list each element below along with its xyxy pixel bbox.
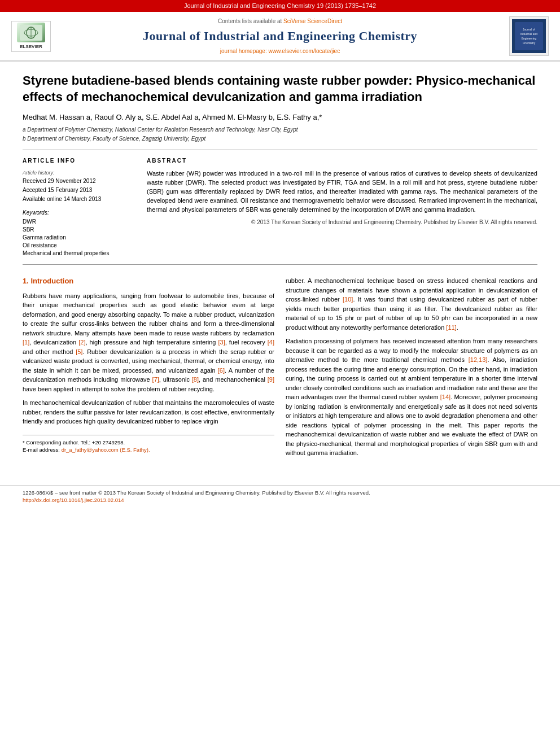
ref12-13[interactable]: [12,13] [469,356,488,363]
section1-right-para2: Radiation processing of polymers has rec… [286,337,537,458]
journal-title: Journal of Industrial and Engineering Ch… [51,28,509,45]
abstract-heading: ABSTRACT [147,157,537,165]
abstract-text: Waste rubber (WR) powder was introduced … [147,169,537,215]
journal-cover-thumbnail: Journal of Industrial and Engineering Ch… [509,16,549,56]
ref5[interactable]: [5] [76,348,82,355]
elsevier-logo-image [17,23,45,42]
section1-right-para1: rubber. A mechanochemical technique base… [286,276,537,332]
elsevier-label: ELSEVIER [20,43,42,50]
section1-title: 1. Introduction [23,276,274,286]
keyword-sbr: SBR [23,226,135,234]
section1-para2: In mechanochemical devulcanization of ru… [23,398,274,426]
keyword-oil: Oil resistance [23,242,135,250]
ref2[interactable]: [2] [78,339,85,346]
journal-header: ELSEVIER Contents lists available at Sci… [0,12,560,62]
authors-text: Medhat M. Hassan a, Raouf O. Aly a, S.E.… [23,113,322,121]
journal-citation-bar: Journal of Industrial and Engineering Ch… [0,0,560,12]
svg-text:Journal of: Journal of [523,28,536,31]
email-address[interactable]: dr_a_fathy@yahoo.com (E.S. Fathy). [62,447,150,453]
article-info-column: ARTICLE INFO Article history: Received 2… [23,157,135,258]
elsevier-logo: ELSEVIER [11,21,51,52]
ref7[interactable]: [7] [152,376,159,383]
homepage-url[interactable]: www.elsevier.com/locate/jiec [268,48,340,54]
header-center: Contents lists available at SciVerse Sci… [51,18,509,55]
main-content: Styrene butadiene-based blends containin… [0,62,560,473]
body-right-column: rubber. A mechanochemical technique base… [286,276,537,462]
affiliation-b: b Department of Chemistry, Faculty of Sc… [23,135,537,143]
header-left: ELSEVIER [11,21,51,52]
accepted-date: Accepted 15 February 2013 [23,186,135,194]
svg-rect-5 [515,22,543,50]
article-info-heading: ARTICLE INFO [23,157,135,165]
journal-citation-text: Journal of Industrial and Engineering Ch… [184,2,376,9]
ref4[interactable]: [4] [268,339,274,346]
bottom-bar: 1226-086X/$ – see front matter © 2013 Th… [0,485,560,508]
sciverse-prefix: Contents lists available at [218,18,283,24]
svg-text:Industrial and: Industrial and [520,32,537,36]
ref14[interactable]: [14] [440,394,450,400]
article-info-abstract: ARTICLE INFO Article history: Received 2… [23,157,537,258]
divider-1 [23,150,537,150]
ref3[interactable]: [3] [218,339,225,346]
section1-para1: Rubbers have many applications, ranging … [23,291,274,394]
keyword-gamma: Gamma radiation [23,234,135,242]
keyword-dwr: DWR [23,218,135,226]
affiliation-a: a Department of Polymer Chemistry, Natio… [23,126,537,134]
svg-text:Engineering: Engineering [522,37,537,40]
svg-text:Chemistry: Chemistry [523,41,536,45]
article-history-label: Article history: [23,169,135,177]
ref1[interactable]: [1] [23,339,29,346]
journal-homepage-line: journal homepage: www.elsevier.com/locat… [51,47,509,55]
ref6[interactable]: [6] [218,367,225,374]
doi-link[interactable]: http://dx.doi.org/10.1016/j.jiec.2013.02… [23,497,124,503]
sciverse-link[interactable]: SciVerse ScienceDirect [283,18,342,24]
doi-line: http://dx.doi.org/10.1016/j.jiec.2013.02… [23,496,537,504]
authors-line: Medhat M. Hassan a, Raouf O. Aly a, S.E.… [23,112,537,123]
paper-title: Styrene butadiene-based blends containin… [23,73,537,105]
keywords-label: Keywords: [23,209,135,217]
copyright-line: © 2013 The Korean Society of Industrial … [147,219,537,226]
body-left-column: 1. Introduction Rubbers have many applic… [23,276,274,462]
keyword-mechanical: Mechanical and thermal properties [23,250,135,257]
corresponding-footnote: * Corresponding author. Tel.: +20 274929… [23,439,274,446]
ref9[interactable]: [9] [268,376,274,383]
received-date: Received 29 November 2012 [23,177,135,185]
email-label: E-mail address: [23,447,62,453]
sciverse-line: Contents lists available at SciVerse Sci… [51,18,509,25]
ref11[interactable]: [11] [446,324,456,331]
ref10[interactable]: [10] [343,296,353,303]
divider-2 [23,264,537,265]
ref8[interactable]: [8] [192,376,199,383]
email-footnote: E-mail address: dr_a_fathy@yahoo.com (E.… [23,446,274,453]
footnote-area: * Corresponding author. Tel.: +20 274929… [23,435,274,454]
body-content: 1. Introduction Rubbers have many applic… [23,276,537,462]
abstract-column: ABSTRACT Waste rubber (WR) powder was in… [147,157,537,258]
homepage-label: journal homepage: [220,48,269,54]
available-date: Available online 14 March 2013 [23,195,135,203]
issn-line: 1226-086X/$ – see front matter © 2013 Th… [23,489,537,496]
